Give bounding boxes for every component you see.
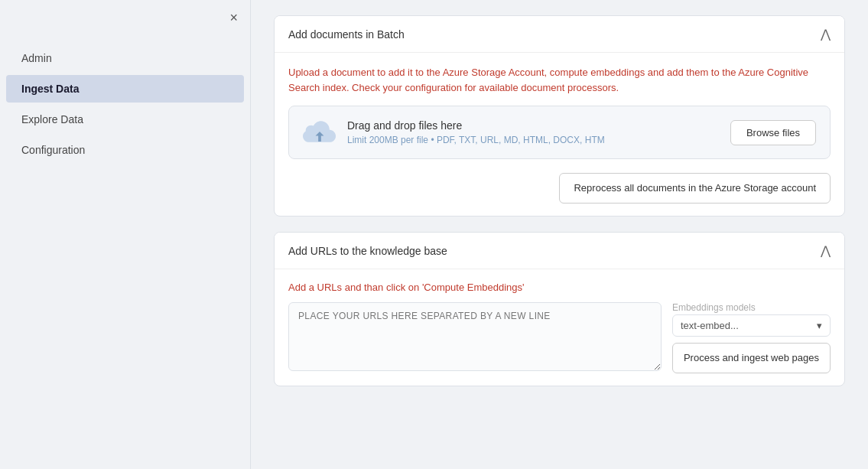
process-ingest-button[interactable]: Process and ingest web pages [672,343,831,373]
browse-files-button[interactable]: Browse files [730,120,816,145]
dropdown-arrow-icon: ▾ [817,320,822,331]
batch-card-body: Upload a document to add it to the Azure… [275,53,844,216]
main-content: Add documents in Batch ⋀ Upload a docume… [251,0,868,469]
sidebar-item-ingest-data[interactable]: Ingest Data [6,75,244,103]
drop-zone-limit: Limit 200MB per file • PDF, TXT, URL, MD… [347,135,720,145]
reprocess-button[interactable]: Reprocess all documents in the Azure Sto… [559,173,831,204]
batch-collapse-icon[interactable]: ⋀ [821,27,831,41]
sidebar: × Admin Ingest Data Explore Data Configu… [0,0,251,469]
urls-textarea[interactable] [288,302,662,371]
sidebar-item-configuration[interactable]: Configuration [6,136,244,164]
drop-zone-text: Drag and drop files here Limit 200MB per… [347,119,720,145]
urls-card: Add URLs to the knowledge base ⋀ Add a U… [274,232,845,386]
url-instruction-text: Add a URLs and than click on 'Compute Em… [288,282,831,293]
reprocess-btn-wrap: Reprocess all documents in the Azure Sto… [288,170,831,204]
sidebar-item-explore-data[interactable]: Explore Data [6,106,244,133]
url-section-body: Embeddings models text-embed... ▾ Proces… [288,302,831,373]
urls-card-header: Add URLs to the knowledge base ⋀ [275,233,844,269]
embeddings-select[interactable]: text-embed... ▾ [672,314,831,337]
close-button[interactable]: × [229,11,238,24]
sidebar-item-admin[interactable]: Admin [6,44,244,72]
batch-card-header: Add documents in Batch ⋀ [275,16,844,53]
embeddings-label: Embeddings models text-embed... ▾ [672,302,831,337]
drop-zone-title: Drag and drop files here [347,119,720,132]
batch-card-title: Add documents in Batch [288,28,405,41]
urls-card-title: Add URLs to the knowledge base [288,245,447,257]
drop-zone[interactable]: Drag and drop files here Limit 200MB per… [288,106,831,159]
url-right-panel: Embeddings models text-embed... ▾ Proces… [672,302,831,373]
batch-card: Add documents in Batch ⋀ Upload a docume… [274,15,845,217]
urls-card-body: Add a URLs and than click on 'Compute Em… [275,269,844,386]
cloud-upload-icon [303,119,336,146]
upload-info-text: Upload a document to add it to the Azure… [288,65,831,95]
urls-collapse-icon[interactable]: ⋀ [821,243,831,258]
sidebar-nav: Admin Ingest Data Explore Data Configura… [0,43,250,165]
